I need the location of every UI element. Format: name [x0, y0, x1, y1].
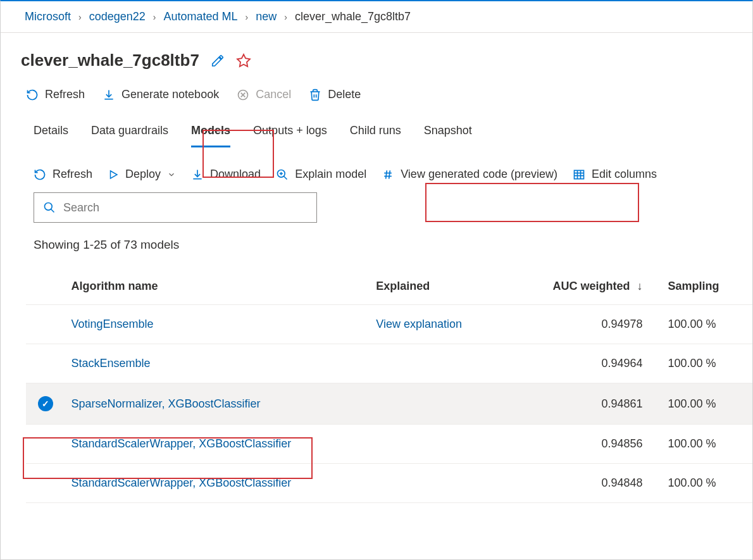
showing-count: Showing 1-25 of 73 models: [1, 234, 752, 268]
cancel-icon: [237, 89, 249, 101]
generate-notebook-button[interactable]: Generate notebook: [103, 88, 219, 101]
breadcrumb: Microsoft › codegen22 › Automated ML › n…: [1, 1, 752, 33]
svg-line-12: [389, 170, 390, 178]
search-input[interactable]: [63, 201, 308, 215]
download-icon: [191, 168, 204, 181]
algorithm-link[interactable]: SparseNormalizer, XGBoostClassifier: [72, 397, 261, 410]
col-sampling[interactable]: Sampling: [662, 268, 753, 305]
auc-value: 0.94848: [538, 464, 662, 503]
chevron-right-icon: ›: [246, 12, 249, 22]
svg-line-6: [284, 176, 287, 179]
tab-outputs-logs[interactable]: Outputs + logs: [253, 115, 327, 147]
chevron-right-icon: ›: [153, 12, 156, 22]
explain-model-label: Explain model: [295, 168, 366, 181]
page-title-row: clever_whale_7gc8ltb7: [1, 33, 752, 82]
hash-icon: [382, 168, 394, 181]
refresh-label: Refresh: [45, 88, 85, 101]
crumb-new[interactable]: new: [256, 10, 277, 23]
table-row[interactable]: StackEnsemble0.94964100.00 %: [26, 344, 752, 383]
auc-value: 0.94978: [538, 305, 662, 344]
algorithm-link[interactable]: StandardScalerWrapper, XGBoostClassifier: [72, 476, 292, 489]
algorithm-link[interactable]: VotingEnsemble: [72, 318, 154, 330]
table-row[interactable]: VotingEnsembleView explanation0.94978100…: [26, 305, 752, 344]
generate-notebook-label: Generate notebook: [121, 88, 219, 101]
refresh-icon: [34, 168, 46, 181]
view-generated-code-button[interactable]: View generated code (preview): [382, 168, 557, 181]
refresh-button[interactable]: Refresh: [26, 88, 85, 101]
table-row[interactable]: ✓SparseNormalizer, XGBoostClassifier0.94…: [26, 383, 752, 425]
tab-child-runs[interactable]: Child runs: [350, 115, 401, 147]
tab-data-guardrails[interactable]: Data guardrails: [91, 115, 168, 147]
chevron-right-icon: ›: [284, 12, 287, 22]
download-label: Download: [210, 168, 261, 181]
tab-details[interactable]: Details: [34, 115, 68, 147]
sampling-value: 100.00 %: [662, 383, 753, 425]
search-box[interactable]: [34, 192, 317, 223]
col-check: [26, 268, 65, 305]
sampling-value: 100.00 %: [662, 344, 753, 383]
download-icon: [103, 89, 115, 101]
view-generated-code-label: View generated code (preview): [401, 168, 557, 181]
svg-marker-0: [237, 54, 250, 66]
crumb-current: clever_whale_7gc8ltb7: [295, 10, 411, 23]
algorithm-link[interactable]: StandardScalerWrapper, XGBoostClassifier: [72, 437, 292, 450]
delete-label: Delete: [328, 88, 361, 101]
star-icon[interactable]: [236, 53, 251, 68]
svg-line-19: [51, 209, 54, 213]
table-icon: [573, 168, 585, 181]
cancel-label: Cancel: [256, 88, 291, 101]
zoom-in-icon: [276, 168, 289, 181]
svg-marker-4: [111, 171, 118, 178]
auc-value: 0.94856: [538, 425, 662, 464]
svg-line-11: [386, 170, 387, 178]
auc-value: 0.94861: [538, 383, 662, 425]
col-explained[interactable]: Explained: [370, 268, 538, 305]
models-table: Algorithm name Explained AUC weighted ↓ …: [26, 268, 752, 503]
deploy-label: Deploy: [125, 168, 161, 181]
table-row[interactable]: StandardScalerWrapper, XGBoostClassifier…: [26, 425, 752, 464]
algorithm-link[interactable]: StackEnsemble: [72, 357, 151, 370]
tab-models[interactable]: Models: [191, 115, 230, 147]
tab-snapshot[interactable]: Snapshot: [424, 115, 472, 147]
page-title: clever_whale_7gc8ltb7: [21, 51, 199, 70]
edit-icon[interactable]: [211, 54, 225, 68]
table-row[interactable]: StandardScalerWrapper, XGBoostClassifier…: [26, 464, 752, 503]
sampling-value: 100.00 %: [662, 305, 753, 344]
view-explanation-link[interactable]: View explanation: [376, 318, 462, 330]
crumb-microsoft[interactable]: Microsoft: [25, 10, 71, 23]
svg-point-18: [45, 203, 53, 211]
top-command-bar: Refresh Generate notebook Cancel Delete: [1, 82, 752, 115]
explain-model-button[interactable]: Explain model: [276, 168, 366, 181]
deploy-button[interactable]: Deploy: [108, 168, 176, 181]
search-icon: [43, 201, 56, 214]
play-icon: [108, 169, 119, 180]
sampling-value: 100.00 %: [662, 425, 753, 464]
col-algorithm[interactable]: Algorithm name: [65, 268, 370, 305]
models-refresh-label: Refresh: [53, 168, 92, 181]
models-command-bar: Refresh Deploy Download Explain model Vi…: [1, 147, 752, 190]
delete-button[interactable]: Delete: [309, 88, 361, 101]
edit-columns-label: Edit columns: [592, 168, 657, 181]
tab-bar: Details Data guardrails Models Outputs +…: [1, 115, 752, 147]
col-auc[interactable]: AUC weighted ↓: [538, 268, 662, 305]
models-refresh-button[interactable]: Refresh: [34, 168, 92, 181]
check-icon: ✓: [38, 396, 53, 411]
svg-rect-13: [575, 170, 584, 178]
chevron-down-icon: [167, 170, 176, 179]
download-button[interactable]: Download: [191, 168, 261, 181]
cancel-button: Cancel: [237, 88, 291, 101]
crumb-codegen22[interactable]: codegen22: [89, 10, 146, 23]
chevron-right-icon: ›: [78, 12, 82, 22]
sort-down-icon: ↓: [637, 280, 643, 292]
auc-value: 0.94964: [538, 344, 662, 383]
delete-icon: [309, 89, 321, 101]
refresh-icon: [26, 89, 39, 101]
crumb-automated-ml[interactable]: Automated ML: [163, 10, 237, 23]
edit-columns-button[interactable]: Edit columns: [573, 168, 657, 181]
sampling-value: 100.00 %: [662, 464, 753, 503]
